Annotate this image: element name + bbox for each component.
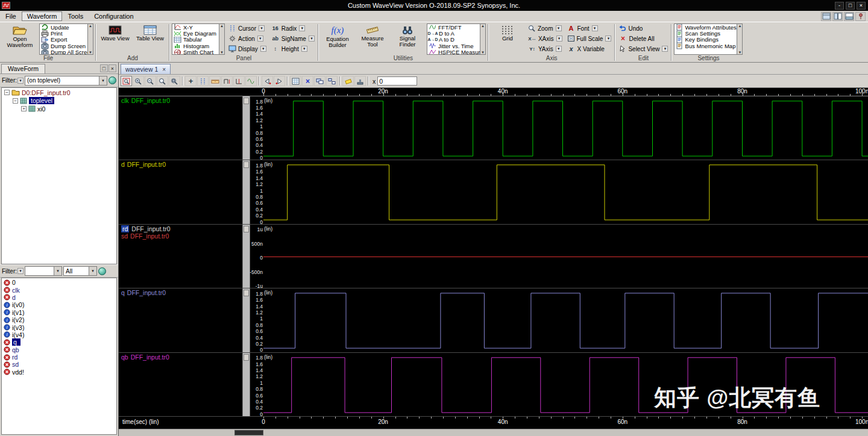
panel-y-scrollbar[interactable] [242, 225, 250, 288]
rise-measure-button[interactable] [221, 76, 233, 86]
yaxis-button[interactable]: Y↕YAxis▾ [527, 45, 564, 53]
signal-filter-apply-button[interactable] [98, 267, 106, 275]
plot-area[interactable]: (lin) [263, 288, 868, 352]
stamp-button[interactable] [354, 76, 366, 86]
panel-scroll-handle[interactable] [244, 290, 249, 296]
add-button[interactable]: + [185, 76, 197, 86]
signal-item-vdd[interactable]: vdd! [2, 369, 116, 376]
tabular-item[interactable]: Tabular [172, 37, 219, 43]
dump-all-screens-item[interactable]: Dump All Screens [40, 49, 87, 54]
panel-scroll-handle[interactable] [244, 98, 249, 104]
eraser-button[interactable] [342, 76, 354, 86]
zoom-select-button[interactable] [121, 76, 132, 86]
signal-item-i-v3[interactable]: ii(v3) [2, 323, 116, 331]
display-button[interactable]: Display▾ [227, 45, 268, 53]
x-y-item[interactable]: X-Y [172, 24, 219, 30]
signal-item-qb[interactable]: qb [2, 346, 116, 353]
trace-name[interactable]: qb [121, 353, 128, 361]
group-button[interactable] [314, 76, 326, 86]
menu-file[interactable]: File [0, 11, 22, 21]
expand-icon[interactable]: + [21, 106, 27, 111]
panel-scroll-handle[interactable] [244, 226, 249, 232]
zoom-button[interactable]: Zoom▾ [527, 24, 564, 33]
menu-configuration[interactable]: Configuration [89, 11, 139, 21]
horizontal-scrollbar[interactable] [119, 429, 868, 436]
signal-finder-button[interactable]: Signal Finder [391, 23, 424, 50]
list-scrollbar[interactable]: ▲▼ [87, 24, 93, 54]
cursor-lines-button[interactable] [197, 76, 209, 86]
minimize-button[interactable]: - [835, 2, 844, 10]
panel-scroll-handle[interactable] [244, 161, 249, 168]
action-button[interactable]: Action▾ [227, 34, 268, 43]
signame-button[interactable]: abSigName▾ [270, 34, 316, 43]
tree-item-d0-dff-input-tr0[interactable]: −D0:DFF_input.tr0 [2, 89, 116, 97]
signal-item-clk[interactable]: clk [2, 286, 116, 293]
signal-item-i-v0[interactable]: ii(v0) [2, 301, 116, 308]
scan-settings-item[interactable]: Scan Settings [675, 30, 737, 36]
menu-waveform[interactable]: Waveform [22, 11, 63, 21]
dump-screen-item[interactable]: Dump Screen [40, 43, 87, 49]
d-to-a-item[interactable]: D→AD to A [427, 30, 480, 36]
trace-name[interactable]: clk [121, 97, 129, 104]
close-button[interactable]: × [857, 2, 866, 10]
plot-area[interactable]: (lin) [263, 96, 868, 160]
filter-dropdown-icon[interactable]: ▾ [17, 268, 24, 274]
waveform-panel-tab[interactable]: WaveForm [1, 64, 45, 73]
grid-button[interactable]: Grid [491, 23, 524, 43]
fft-dft-item[interactable]: FFT/DFT [427, 24, 480, 30]
scroll-down-icon[interactable]: ▼ [220, 51, 224, 54]
zoom-fit-button[interactable] [169, 76, 180, 86]
panel-y-scrollbar[interactable] [242, 160, 250, 223]
signal-item-i-v2[interactable]: ii(v2) [2, 316, 116, 323]
radix-button[interactable]: 16Radix▾ [270, 24, 316, 33]
ruler-h-button[interactable] [209, 76, 221, 86]
select-view-button[interactable]: Select View▾ [617, 45, 669, 53]
waveform-attributes-item[interactable]: Waveform Attributes [675, 24, 737, 30]
histogram-item[interactable]: Histogram [172, 43, 219, 49]
table-view-button[interactable]: Table View [133, 23, 167, 43]
full-scale-button[interactable]: Full Scale▾ [566, 34, 613, 43]
measure-tool-button[interactable]: Measure Tool [356, 23, 389, 50]
table-select-button[interactable] [290, 76, 301, 86]
list-scrollbar[interactable]: ▲▼ [737, 24, 742, 54]
menu-tools[interactable]: Tools [62, 11, 89, 21]
maximize-button[interactable]: □ [846, 2, 855, 10]
filter-dropdown-icon[interactable]: ▾ [17, 78, 24, 84]
wave-measure-button[interactable] [245, 76, 257, 86]
zoom-out-button[interactable] [145, 76, 156, 86]
trace-name[interactable]: sd [121, 232, 128, 240]
scroll-down-icon[interactable]: ▼ [89, 51, 92, 54]
signal-item-0[interactable]: 0 [2, 279, 116, 286]
hspice-measure-item[interactable]: HSPICE Measure [427, 49, 480, 54]
scroll-down-icon[interactable]: ▼ [481, 51, 485, 54]
scroll-up-icon[interactable]: ▲ [220, 24, 224, 28]
open-waveform-button[interactable]: Open Waveform [3, 23, 37, 50]
trace-name[interactable]: d [121, 161, 125, 168]
scroll-up-icon[interactable]: ▲ [738, 24, 742, 28]
signal-item-i-v4[interactable]: ii(v4) [2, 331, 116, 338]
signal-item-d[interactable]: d [2, 294, 116, 301]
panel-y-scrollbar[interactable] [242, 96, 250, 160]
jitter-vs-time-item[interactable]: Jitter vs. Time [427, 43, 480, 49]
tree-item-toplevel[interactable]: −toplevel [2, 97, 116, 105]
a-to-d-item[interactable]: A→DA to D [427, 37, 480, 43]
equation-builder-button[interactable]: f(x)Equation Builder [321, 23, 354, 50]
xaxis-button[interactable]: X↔XAxis▾ [527, 34, 564, 43]
float-panel-icon[interactable]: □ [100, 64, 108, 72]
scroll-down-icon[interactable]: ▼ [738, 51, 742, 54]
combo-arrow-icon[interactable]: ▾ [99, 76, 107, 85]
combo-arrow-icon[interactable]: ▾ [54, 267, 61, 275]
close-panel-icon[interactable]: × [108, 64, 116, 72]
filter-apply-button[interactable] [108, 76, 116, 84]
signal-item-q[interactable]: q [2, 338, 116, 346]
close-tab-icon[interactable]: × [162, 66, 166, 73]
combo-arrow-icon[interactable]: ▾ [89, 267, 96, 275]
fall-measure-button[interactable] [233, 76, 245, 86]
height-button[interactable]: ↕Height▾ [270, 45, 316, 53]
plot-area[interactable]: (lin) [263, 225, 868, 288]
list-scrollbar[interactable]: ▲▼ [219, 24, 224, 54]
signal-item-i-v1[interactable]: ii(v1) [2, 309, 116, 316]
bus-mnemonic-map-item[interactable]: Bus Mnemonic Map [675, 43, 737, 49]
signal-item-rd[interactable]: rd [2, 353, 116, 361]
eye-diagram-item[interactable]: Eye Diagram [172, 30, 219, 36]
